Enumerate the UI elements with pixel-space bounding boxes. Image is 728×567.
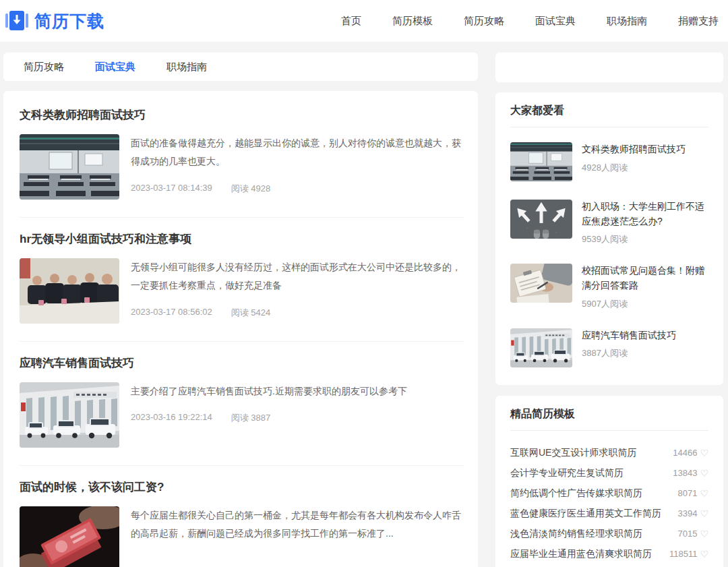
main-column: 简历攻略 面试宝典 职场指南 文科类教师招聘面试技巧 面试的准备做得越充分，越能… xyxy=(3,53,478,567)
site-logo[interactable]: 简历下载 xyxy=(5,10,104,32)
article-excerpt: 主要介绍了应聘汽车销售面试技巧.近期需要求职的朋友可以参考下 xyxy=(131,382,464,400)
article-title[interactable]: 文科类教师招聘面试技巧 xyxy=(20,107,464,123)
popular-item[interactable]: 校招面试常见问题合集！附赠满分回答套路 5907人阅读 xyxy=(510,264,708,309)
template-list: 互联网UE交互设计师求职简历 14466♡ 会计学专业研究生复试简历 13843… xyxy=(510,443,708,567)
article-reads: 阅读 3887 xyxy=(231,412,271,424)
template-link[interactable]: 会计学专业研究生复试简历 xyxy=(510,467,624,479)
classroom-photo-thumbnail xyxy=(510,142,572,181)
template-like-count: 3394 xyxy=(678,508,698,518)
clipboard-interview-photo-thumbnail xyxy=(510,264,572,303)
download-icon xyxy=(5,10,28,32)
article-meta: 2023-03-16 19:22:14 阅读 3887 xyxy=(131,412,464,424)
templates-panel: 精品简历模板 互联网UE交互设计师求职简历 14466♡ 会计学专业研究生复试简… xyxy=(495,396,723,567)
popular-item[interactable]: 初入职场：大学生刚工作不适应焦虑迷茫怎么办? 9539人阅读 xyxy=(510,200,708,245)
article-list: 文科类教师招聘面试技巧 面试的准备做得越充分，越能显示出你的诚意，别人对待你的诚… xyxy=(3,91,478,567)
popular-item-reads: 5907人阅读 xyxy=(582,298,708,310)
nav-item-workplace[interactable]: 职场指南 xyxy=(607,15,647,28)
article-meta: 2023-03-17 08:56:02 阅读 5424 xyxy=(131,307,464,319)
template-row: 蓝色健康医疗医生通用英文工作简历 3394♡ xyxy=(510,504,708,524)
tab-workplace[interactable]: 职场指南 xyxy=(166,61,207,73)
heart-icon[interactable]: ♡ xyxy=(700,508,708,519)
article-title[interactable]: 应聘汽车销售面试技巧 xyxy=(20,355,464,371)
template-link[interactable]: 互联网UE交互设计师求职简历 xyxy=(510,447,636,459)
template-like-count: 14466 xyxy=(673,448,697,458)
car-dealership-photo-thumbnail xyxy=(510,328,572,367)
template-link[interactable]: 蓝色健康医疗医生通用英文工作简历 xyxy=(510,508,661,520)
group-interview-photo-thumbnail[interactable] xyxy=(20,258,119,324)
popular-item-reads: 9539人阅读 xyxy=(582,233,708,245)
popular-item-title: 校招面试常见问题合集！附赠满分回答套路 xyxy=(582,264,708,293)
template-link[interactable]: 应届毕业生通用蓝色清爽求职简历 xyxy=(510,548,652,560)
article-title[interactable]: hr无领导小组面试技巧和注意事项 xyxy=(20,231,464,247)
template-like-count: 13843 xyxy=(673,468,697,478)
nav-item-templates[interactable]: 简历模板 xyxy=(392,15,433,28)
popular-item[interactable]: 文科类教师招聘面试技巧 4928人阅读 xyxy=(510,142,708,181)
main-nav: 首页 简历模板 简历攻略 面试宝典 职场指南 捐赠支持 xyxy=(341,15,721,28)
classroom-photo-thumbnail[interactable] xyxy=(20,134,119,200)
popular-panel-title: 大家都爱看 xyxy=(510,104,708,127)
template-like-count: 7015 xyxy=(678,529,698,539)
money-photo-thumbnail[interactable] xyxy=(20,506,119,567)
nav-item-donate[interactable]: 捐赠支持 xyxy=(678,15,719,28)
car-dealership-photo-thumbnail[interactable] xyxy=(20,382,119,448)
article-excerpt: 面试的准备做得越充分，越能显示出你的诚意，别人对待你的诚意也就越大，获得成功的几… xyxy=(131,134,464,171)
article-excerpt: 每个应届生都很关心自己的第一桶金，尤其是每年都会有各大机构发布令人咋舌的高昂起薪… xyxy=(131,506,464,543)
nav-item-interview[interactable]: 面试宝典 xyxy=(535,15,576,28)
page-content: 简历攻略 面试宝典 职场指南 文科类教师招聘面试技巧 面试的准备做得越充分，越能… xyxy=(0,42,728,567)
nav-item-resume-guide[interactable]: 简历攻略 xyxy=(464,15,504,28)
article-item: 面试的时候，该不该问工资? 每个应届生都很关心自己的第一桶金，尤其是每年都会有各… xyxy=(20,466,464,567)
article-item: 应聘汽车销售面试技巧 主要介绍了应聘汽车销售面试技巧.近期需要求职的朋友可以参考… xyxy=(20,342,464,466)
heart-icon[interactable]: ♡ xyxy=(700,468,708,479)
nav-item-home[interactable]: 首页 xyxy=(341,15,361,28)
tab-resume-guide[interactable]: 简历攻略 xyxy=(24,61,64,73)
template-like-count: 118511 xyxy=(669,549,697,559)
template-row: 浅色清淡简约销售经理求职简历 7015♡ xyxy=(510,524,708,544)
template-row: 应届毕业生通用蓝色清爽求职简历 118511♡ xyxy=(510,544,708,564)
template-link[interactable]: 浅色清淡简约销售经理求职简历 xyxy=(510,528,642,540)
sidebar-empty-card xyxy=(495,53,723,82)
heart-icon[interactable]: ♡ xyxy=(700,488,708,499)
template-link[interactable]: 简约低调个性广告传媒求职简历 xyxy=(510,487,642,500)
sidebar: 大家都爱看 文科类教师招聘面试技巧 4928人阅读 初入职场：大学生刚工作不适应… xyxy=(495,53,723,567)
article-date: 2023-03-17 08:56:02 xyxy=(131,307,212,319)
heart-icon[interactable]: ♡ xyxy=(700,529,708,539)
template-row: 互联网UE交互设计师求职简历 14466♡ xyxy=(510,443,708,463)
heart-icon[interactable]: ♡ xyxy=(700,448,708,458)
popular-item-reads: 3887人阅读 xyxy=(582,347,676,359)
article-date: 2023-03-17 08:14:39 xyxy=(131,183,212,195)
article-item: hr无领导小组面试技巧和注意事项 无领导小组可能很多人没有经历过，这样的面试形式… xyxy=(20,218,464,342)
tab-interview-active[interactable]: 面试宝典 xyxy=(95,61,135,73)
article-reads: 阅读 4928 xyxy=(231,183,271,195)
popular-item[interactable]: 应聘汽车销售面试技巧 3887人阅读 xyxy=(510,328,708,367)
template-row: 会计学专业研究生复试简历 13843♡ xyxy=(510,463,708,483)
popular-item-title: 应聘汽车销售面试技巧 xyxy=(582,328,676,343)
site-title: 简历下载 xyxy=(34,10,104,32)
popular-item-title: 文科类教师招聘面试技巧 xyxy=(582,142,686,157)
category-tabbar: 简历攻略 面试宝典 职场指南 xyxy=(3,53,478,81)
template-row: 深绿色稳重大气互联网IT产品运营简历 9924♡ xyxy=(510,564,708,567)
article-title[interactable]: 面试的时候，该不该问工资? xyxy=(20,479,464,495)
templates-panel-title: 精品简历模板 xyxy=(510,407,708,431)
popular-item-reads: 4928人阅读 xyxy=(582,162,686,174)
top-header: 简历下载 首页 简历模板 简历攻略 面试宝典 职场指南 捐赠支持 xyxy=(0,0,728,42)
article-date: 2023-03-16 19:22:14 xyxy=(131,412,212,424)
popular-panel: 大家都爱看 文科类教师招聘面试技巧 4928人阅读 初入职场：大学生刚工作不适应… xyxy=(495,92,723,385)
article-reads: 阅读 5424 xyxy=(231,307,271,319)
article-item: 文科类教师招聘面试技巧 面试的准备做得越充分，越能显示出你的诚意，别人对待你的诚… xyxy=(20,94,464,218)
crossroad-arrows-photo-thumbnail xyxy=(510,200,572,239)
article-excerpt: 无领导小组可能很多人没有经历过，这样的面试形式在大公司中还是比较多的，一定要抓住… xyxy=(131,258,464,295)
template-like-count: 8071 xyxy=(678,488,698,498)
heart-icon[interactable]: ♡ xyxy=(700,549,708,560)
template-row: 简约低调个性广告传媒求职简历 8071♡ xyxy=(510,483,708,504)
popular-item-title: 初入职场：大学生刚工作不适应焦虑迷茫怎么办? xyxy=(582,200,708,229)
article-meta: 2023-03-17 08:14:39 阅读 4928 xyxy=(131,183,464,195)
